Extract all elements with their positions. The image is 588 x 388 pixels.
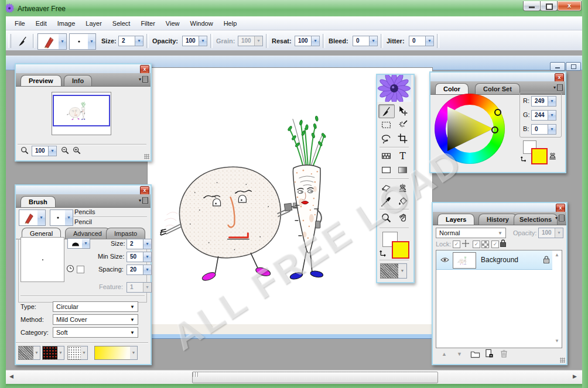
- preview-zoom-field[interactable]: 100▼: [32, 146, 57, 156]
- dropdown-icon[interactable]: ▼: [48, 146, 56, 156]
- palette-menu-icon[interactable]: ▾: [555, 215, 565, 221]
- tab-impasto[interactable]: Impasto: [106, 228, 145, 239]
- stroke-preview-dropdown[interactable]: ▼: [88, 33, 96, 50]
- size-field[interactable]: 2▼: [118, 36, 143, 46]
- tab-brush[interactable]: Brush: [20, 196, 56, 207]
- rect-select-tool[interactable]: [378, 118, 394, 131]
- rectangle-tool[interactable]: [378, 163, 394, 176]
- preview-view-rect[interactable]: [53, 95, 110, 126]
- resize-grip[interactable]: [560, 358, 565, 363]
- layers-palette[interactable]: x Layers History Selections ▾ Normal▼ Op…: [432, 202, 568, 365]
- tab-color[interactable]: Color: [435, 83, 469, 94]
- brush-tool-button[interactable]: [15, 34, 30, 48]
- brush-stroke-dropdown[interactable]: ▼: [65, 210, 73, 226]
- move-tool[interactable]: [395, 104, 410, 117]
- brush-size-field[interactable]: 2▼: [127, 239, 152, 249]
- text-tool[interactable]: T: [395, 149, 410, 162]
- toolbox-palette[interactable]: T ▼: [376, 74, 415, 283]
- close-icon[interactable]: x: [140, 186, 149, 195]
- layer-row-background[interactable]: Background: [436, 250, 552, 270]
- new-layer-icon[interactable]: [485, 349, 494, 358]
- toolbar-grip[interactable]: [8, 34, 11, 48]
- preview-thumbnail[interactable]: [52, 92, 111, 135]
- category-combo[interactable]: Soft▼: [53, 327, 138, 338]
- bleed-field[interactable]: 0▼: [353, 36, 378, 46]
- tip-shape-dropdown[interactable]: ▼: [82, 238, 90, 249]
- list-scroll-up-icon[interactable]: ▲: [555, 252, 559, 257]
- tab-preview[interactable]: Preview: [20, 75, 61, 86]
- min-size-field[interactable]: 50▼: [127, 252, 152, 262]
- close-icon[interactable]: x: [556, 204, 565, 212]
- eyedropper-tool[interactable]: [378, 195, 394, 208]
- close-icon[interactable]: x: [555, 73, 564, 82]
- menu-image[interactable]: Image: [52, 18, 81, 29]
- dropdown-icon[interactable]: ▼: [425, 36, 433, 46]
- palette-menu-icon[interactable]: ▾: [553, 84, 563, 91]
- swap-colors-icon[interactable]: [520, 154, 528, 162]
- scatter-swatch[interactable]: [67, 346, 82, 360]
- brush-category-preview[interactable]: [19, 210, 39, 226]
- palette-header[interactable]: x: [16, 186, 151, 194]
- jitter-field[interactable]: 0▼: [409, 36, 434, 46]
- brush-stroke-preview[interactable]: [50, 210, 66, 226]
- dropdown-icon[interactable]: ▼: [143, 252, 151, 262]
- tab-colorset[interactable]: Color Set: [475, 83, 520, 94]
- gradient-dropdown[interactable]: ▼: [130, 346, 138, 360]
- new-group-icon[interactable]: [470, 350, 480, 358]
- scatter-dropdown[interactable]: ▼: [81, 346, 88, 360]
- background-color-swatch[interactable]: [392, 241, 409, 259]
- magic-wand-tool[interactable]: [395, 118, 410, 131]
- close-icon[interactable]: x: [140, 65, 149, 74]
- opacity-field[interactable]: 100▼: [182, 36, 207, 46]
- dropdown-icon[interactable]: ▼: [311, 36, 319, 46]
- minimize-button[interactable]: [523, 1, 541, 11]
- brush-category-dropdown[interactable]: ▼: [37, 210, 46, 226]
- stroke-preview[interactable]: [69, 33, 89, 50]
- timing-checkbox[interactable]: [77, 266, 84, 273]
- scrollbar-thumb[interactable]: [192, 372, 438, 383]
- dropdown-icon[interactable]: ▼: [135, 36, 143, 46]
- brush-variant-dropdown[interactable]: ▼: [59, 33, 67, 50]
- dropdown-icon[interactable]: ▼: [143, 265, 151, 274]
- menu-window[interactable]: Window: [185, 18, 218, 29]
- clone-stamp-tool[interactable]: [395, 181, 410, 194]
- blend-mode-combo[interactable]: Normal▼: [436, 228, 506, 238]
- gradient-tool[interactable]: [395, 163, 410, 176]
- resize-grip[interactable]: [144, 154, 149, 159]
- toolbox-texture-swatch[interactable]: [380, 263, 399, 279]
- layer-thumbnail[interactable]: [453, 252, 476, 269]
- toolbox-texture-dropdown[interactable]: ▼: [398, 263, 407, 279]
- maximize-button[interactable]: [540, 1, 558, 11]
- gradient-swatch[interactable]: [94, 346, 131, 360]
- document-restore-button[interactable]: [566, 62, 581, 71]
- stamp-icon[interactable]: [548, 150, 558, 160]
- green-field[interactable]: 244▼: [531, 110, 556, 121]
- hue-marker[interactable]: [494, 109, 501, 116]
- eraser-tool[interactable]: [378, 181, 394, 194]
- layer-name[interactable]: Background: [481, 256, 518, 264]
- dropdown-icon[interactable]: ▼: [548, 125, 556, 134]
- menu-filter[interactable]: Filter: [135, 18, 160, 29]
- type-combo[interactable]: Circular▼: [53, 301, 138, 312]
- palette-header[interactable]: x: [16, 64, 151, 73]
- menu-layer[interactable]: Layer: [80, 18, 107, 29]
- dropdown-icon[interactable]: ▼: [199, 36, 207, 46]
- paper-texture-dropdown[interactable]: ▼: [33, 346, 40, 360]
- tab-history[interactable]: History: [478, 214, 517, 225]
- tab-selections[interactable]: Selections: [514, 214, 558, 225]
- red-field[interactable]: 249▼: [531, 96, 556, 107]
- layer-list[interactable]: Background ▲ ▼: [436, 250, 562, 348]
- crop-tool[interactable]: [395, 132, 410, 145]
- zoom-in-icon[interactable]: [73, 146, 81, 154]
- palette-header[interactable]: x: [433, 203, 566, 212]
- blue-field[interactable]: 0▼: [531, 124, 556, 135]
- title-bar[interactable]: Artweaver Free x: [0, 0, 588, 16]
- scroll-right-icon[interactable]: ▶: [573, 373, 577, 379]
- tab-layers[interactable]: Layers: [437, 214, 474, 225]
- brush-variant-preview[interactable]: [37, 33, 60, 50]
- layer-visibility-eye-icon[interactable]: [440, 257, 449, 263]
- tip-shape-preview[interactable]: [67, 238, 83, 249]
- paint-bucket-tool[interactable]: [395, 195, 410, 208]
- menu-view[interactable]: View: [160, 18, 185, 29]
- list-scroll-down-icon[interactable]: ▼: [555, 338, 559, 344]
